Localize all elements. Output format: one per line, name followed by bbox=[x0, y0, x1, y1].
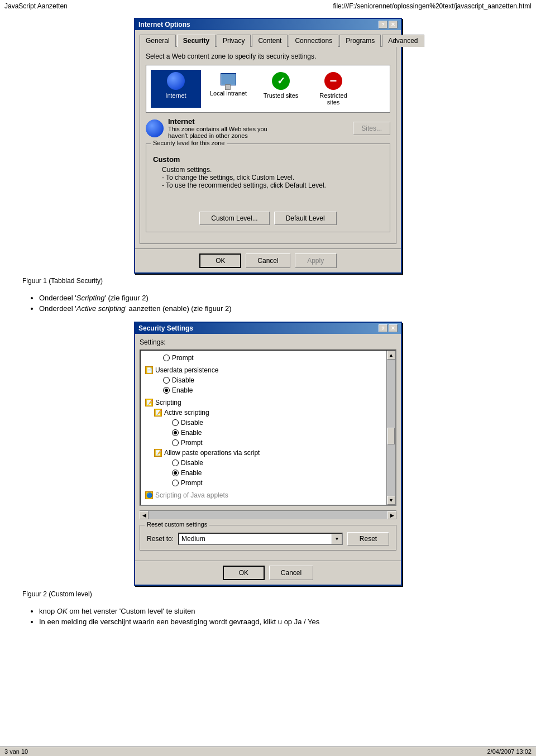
zone-description: Select a Web content zone to specify its… bbox=[146, 52, 390, 60]
scroll-right-button[interactable]: ▶ bbox=[387, 511, 396, 519]
scroll-down-button[interactable]: ▼ bbox=[387, 496, 395, 505]
radio-prompt-1[interactable] bbox=[163, 355, 170, 361]
settings-list: Prompt 📄 Userdata persistence Disable bbox=[141, 351, 395, 503]
bullet-1-text2: ' (zie figuur 2) bbox=[104, 294, 148, 302]
internet-options-dialog: Internet Options ? ✕ General Security Pr… bbox=[134, 18, 402, 274]
sec-titlebar-buttons: ? ✕ bbox=[379, 324, 398, 332]
zone-trusted[interactable]: ✓ Trusted sites bbox=[256, 70, 306, 108]
zone-restricted[interactable]: − Restrictedsites bbox=[308, 70, 358, 108]
internet-zone-desc1: This zone contains all Web sites you bbox=[168, 126, 348, 132]
level-buttons: Custom Level... Default Level bbox=[153, 212, 383, 225]
radio-disable-1[interactable] bbox=[163, 377, 170, 384]
settings-label-paste: Allow paste operations via script bbox=[164, 449, 260, 457]
zone-restricted-label: Restrictedsites bbox=[319, 92, 347, 106]
reset-button[interactable]: Reset bbox=[347, 532, 389, 546]
internet-globe-icon bbox=[146, 119, 164, 137]
tab-privacy[interactable]: Privacy bbox=[217, 35, 251, 47]
internet-text: Internet This zone contains all Web site… bbox=[168, 117, 348, 139]
custom-title: Custom bbox=[153, 155, 383, 164]
settings-label-prompt-3: Prompt bbox=[181, 479, 203, 487]
paste-icon: 📝 bbox=[154, 449, 162, 457]
footer-bullet-1-italic: OK bbox=[57, 607, 68, 615]
help-button[interactable]: ? bbox=[379, 21, 387, 28]
sec-dialog-footer: OK Cancel bbox=[135, 561, 401, 585]
radio-prompt-2[interactable] bbox=[172, 439, 179, 446]
settings-item-disable-2: Disable bbox=[145, 418, 391, 428]
active-scripting-icon: 📝 bbox=[154, 409, 162, 417]
java-icon: 🔵 bbox=[145, 491, 153, 499]
tab-security[interactable]: Security bbox=[177, 35, 216, 47]
radio-enable-1[interactable] bbox=[163, 387, 170, 394]
scroll-left-button[interactable]: ◀ bbox=[140, 511, 149, 519]
sec-cancel-button[interactable]: Cancel bbox=[269, 566, 313, 580]
sites-button[interactable]: Sites... bbox=[353, 122, 390, 135]
tab-advanced[interactable]: Advanced bbox=[382, 35, 424, 47]
settings-label-enable-1: Enable bbox=[172, 386, 193, 394]
security-level-label: Security level for this zone bbox=[151, 140, 227, 146]
tab-programs[interactable]: Programs bbox=[339, 35, 381, 47]
settings-label-disable-3: Disable bbox=[181, 459, 203, 467]
tab-connections[interactable]: Connections bbox=[289, 35, 338, 47]
sec-help-button[interactable]: ? bbox=[379, 324, 387, 332]
close-button[interactable]: ✕ bbox=[389, 21, 398, 28]
restricted-icon: − bbox=[324, 72, 342, 90]
scroll-track bbox=[387, 360, 395, 496]
internet-info: Internet This zone contains all Web site… bbox=[146, 117, 390, 139]
settings-label: Settings: bbox=[140, 338, 396, 346]
intranet-icon bbox=[219, 72, 237, 90]
settings-list-container: Prompt 📄 Userdata persistence Disable bbox=[140, 350, 396, 506]
settings-item-prompt-3: Prompt bbox=[145, 478, 391, 488]
trusted-icon: ✓ bbox=[272, 72, 290, 90]
settings-item-enable-3: Enable bbox=[145, 468, 391, 478]
scroll-up-button[interactable]: ▲ bbox=[387, 351, 395, 360]
apply-button[interactable]: Apply bbox=[295, 253, 337, 268]
security-settings-dialog: Security Settings ? ✕ Settings: Prompt bbox=[134, 322, 402, 586]
tab-general[interactable]: General bbox=[140, 35, 176, 47]
radio-enable-3[interactable] bbox=[172, 470, 179, 476]
radio-disable-3[interactable] bbox=[172, 460, 179, 466]
settings-item-scripting: 📝 Scripting bbox=[145, 398, 391, 408]
internet-zone-title: Internet bbox=[168, 117, 348, 126]
page-title-left: JavaScript Aanzetten bbox=[4, 2, 68, 10]
radio-disable-2[interactable] bbox=[172, 419, 179, 426]
vertical-scrollbar[interactable]: ▲ ▼ bbox=[386, 351, 395, 505]
dialog-title: Internet Options bbox=[138, 21, 190, 28]
dialog-footer: OK Cancel Apply bbox=[135, 248, 401, 272]
horizontal-scrollbar[interactable]: ◀ ▶ bbox=[140, 510, 396, 519]
radio-prompt-3[interactable] bbox=[172, 480, 179, 486]
sec-dialog-body: Settings: Prompt 📄 Userdata persistence bbox=[135, 334, 401, 561]
settings-label-enable-2: Enable bbox=[181, 429, 202, 437]
bullet-1-text: Onderdeel ' bbox=[39, 294, 76, 302]
settings-item-paste: 📝 Allow paste operations via script bbox=[145, 448, 391, 458]
settings-item-userdata: 📄 Userdata persistence bbox=[145, 365, 391, 375]
cancel-button[interactable]: Cancel bbox=[246, 253, 290, 268]
sec-ok-button[interactable]: OK bbox=[223, 566, 265, 580]
figure1-caption: Figuur 1 (Tabblad Security) bbox=[22, 277, 514, 285]
scroll-thumb[interactable] bbox=[387, 428, 395, 444]
dialog-body: General Security Privacy Content Connect… bbox=[135, 30, 401, 248]
bullet-2-text2: ' aanzetten (enable) (zie figuur 2) bbox=[125, 304, 231, 313]
settings-area: Prompt 📄 Userdata persistence Disable bbox=[140, 350, 396, 510]
tab-content[interactable]: Content bbox=[252, 35, 288, 47]
default-level-button[interactable]: Default Level bbox=[274, 212, 337, 225]
settings-item-disable-1: Disable bbox=[145, 375, 391, 385]
settings-label-active-scripting: Active scripting bbox=[164, 409, 209, 417]
settings-label-disable-1: Disable bbox=[172, 376, 194, 384]
custom-level-button[interactable]: Custom Level... bbox=[199, 212, 269, 225]
settings-item-prompt-2: Prompt bbox=[145, 438, 391, 448]
reset-select[interactable]: Medium ▼ bbox=[178, 533, 343, 545]
zone-trusted-label: Trusted sites bbox=[264, 92, 299, 99]
ok-button[interactable]: OK bbox=[199, 253, 241, 268]
reset-group-label: Reset custom settings bbox=[145, 521, 209, 528]
zone-internet[interactable]: Internet bbox=[151, 70, 201, 108]
security-tab-panel: Select a Web content zone to specify its… bbox=[140, 46, 396, 244]
settings-item-java: 🔵 Scripting of Java applets bbox=[145, 490, 391, 500]
settings-label-prompt-2: Prompt bbox=[181, 439, 203, 447]
settings-item-disable-3: Disable bbox=[145, 458, 391, 468]
zone-intranet[interactable]: Local intranet bbox=[203, 70, 253, 108]
select-dropdown-arrow[interactable]: ▼ bbox=[332, 534, 342, 544]
titlebar-buttons: ? ✕ bbox=[379, 21, 398, 28]
sec-close-button[interactable]: ✕ bbox=[389, 324, 398, 332]
radio-enable-2[interactable] bbox=[172, 429, 179, 436]
settings-label-enable-3: Enable bbox=[181, 469, 202, 477]
